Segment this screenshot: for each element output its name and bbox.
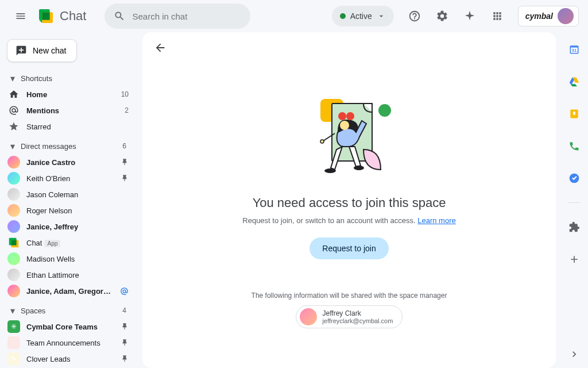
dm-item[interactable]: ChatApp [5,235,133,251]
sparkle-icon [463,10,476,22]
pin-icon [121,355,129,363]
new-chat-label: New chat [33,46,66,55]
new-chat-icon [16,45,27,56]
dm-item[interactable]: Keith O'Brien [5,170,133,186]
svg-point-11 [324,168,336,173]
gemini-button[interactable] [458,5,481,28]
svg-point-10 [346,112,354,120]
gear-icon [436,10,448,22]
dm-item[interactable]: Ethan Lattimore [5,267,133,283]
shortcut-item[interactable]: Mentions2 [5,102,133,118]
svg-point-9 [338,112,346,120]
dm-item[interactable]: Janice Castro [5,154,133,170]
user-chip-avatar [300,308,317,325]
shortcut-count: 2 [125,106,129,114]
search-icon [114,10,125,22]
status-label: Active [350,12,372,21]
section-shortcuts-title: Shortcuts [21,74,129,83]
space-item[interactable]: ✳Cymbal Core Teams [5,319,133,335]
section-dm-header[interactable]: ▾ Direct messages 6 [5,138,133,154]
chat-logo-icon [37,7,55,25]
user-chip-name: Jeffrey Clark [323,309,393,317]
mention-icon [120,287,129,296]
calendar-app-button[interactable]: 31 [564,39,585,60]
settings-button[interactable] [431,5,454,28]
addon-icon [568,221,580,233]
help-button[interactable] [403,5,426,28]
space-item[interactable]: ✎Clover Leads [5,351,133,367]
dm-avatar [7,188,20,201]
learn-more-link[interactable]: Learn more [417,216,455,225]
access-subline-text: Request to join, or switch to an account… [242,216,417,225]
main-content: You need access to join this space Reque… [142,32,556,368]
dm-label: Madison Wells [26,255,123,263]
chat-logo[interactable]: Chat [37,7,86,25]
svg-text:31: 31 [572,48,577,53]
app-name: Chat [60,9,86,24]
back-button[interactable] [154,41,167,54]
chevron-down-icon [377,12,386,21]
dm-item[interactable]: Madison Wells [5,251,133,267]
tasks-icon [568,172,580,184]
right-side-panel: 31 [560,32,588,368]
svg-point-13 [340,121,349,130]
new-chat-button[interactable]: New chat [7,39,77,62]
star-icon [7,121,21,132]
svg-point-8 [378,104,391,117]
search-input[interactable] [132,12,241,21]
shortcut-label: Home [26,90,115,99]
add-app-button[interactable] [564,249,585,270]
dm-item[interactable]: Jason Coleman [5,186,133,202]
tasks-app-button[interactable] [564,168,585,189]
dm-label: Keith O'Brien [26,174,115,183]
svg-point-14 [320,140,324,143]
main-menu-button[interactable] [9,5,32,28]
org-switcher[interactable]: cymbal [518,6,579,26]
drive-icon [568,76,580,87]
status-pill[interactable]: Active [332,6,394,26]
section-spaces-header[interactable]: ▾ Spaces 4 [5,302,133,319]
pin-icon [121,323,129,331]
space-item[interactable]: Team Announcements [5,335,133,351]
mention-icon [7,105,21,116]
plus-icon [568,254,580,265]
section-shortcuts-header[interactable]: ▾ Shortcuts [5,70,133,86]
dm-item[interactable]: Roger Nelson [5,202,133,218]
shortcut-item[interactable]: Starred [5,118,133,135]
org-name: cymbal [525,12,553,21]
drive-app-button[interactable] [564,71,585,92]
keep-app-button[interactable] [564,103,585,124]
dm-avatar [7,204,20,217]
pin-icon [121,339,129,347]
section-spaces-title: Spaces [21,306,118,315]
share-note: The following information will be shared… [252,292,447,300]
apps-button[interactable] [486,5,509,28]
dm-label: Ethan Lattimore [26,271,123,279]
rail-divider [568,202,580,203]
user-chip-email: jeffreyclark@cymbal.com [323,317,393,324]
search-bar[interactable] [105,3,250,29]
svg-rect-2 [42,12,49,20]
arrow-back-icon [154,41,167,54]
collapse-panel-button[interactable] [566,346,582,362]
svg-rect-5 [11,240,16,245]
dm-item[interactable]: Janice, Jeffrey [5,218,133,235]
shortcut-item[interactable]: Home10 [5,86,133,102]
space-label: Team Announcements [26,339,115,347]
user-avatar [558,8,574,24]
section-spaces-count: 4 [122,306,129,315]
sidebar: New chat ▾ Shortcuts Home10Mentions2Star… [0,32,138,368]
user-info-chip: Jeffrey Clark jeffreyclark@cymbal.com [296,305,403,328]
request-to-join-button[interactable]: Request to join [310,237,388,259]
dm-avatar [7,252,20,265]
dm-label: Roger Nelson [26,206,123,215]
voice-app-button[interactable] [564,136,585,156]
help-icon [408,10,421,22]
section-dm-count: 6 [122,142,129,150]
home-icon [7,89,21,99]
dm-item[interactable]: Janice, Adam, Gregory, Jose... [5,283,133,299]
addons-button[interactable] [564,217,585,237]
caret-down-icon: ▾ [9,141,16,152]
access-headline: You need access to join this space [253,195,446,210]
dm-avatar [7,285,20,297]
